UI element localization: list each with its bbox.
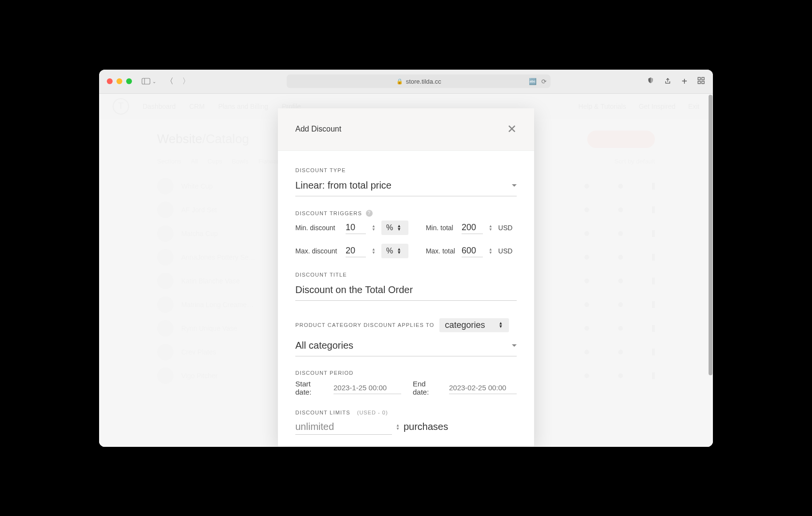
limits-label: DISCOUNT LIMITS (USED - 0) — [295, 410, 517, 415]
end-date-input[interactable] — [449, 382, 517, 394]
limits-suffix: purchases — [404, 421, 448, 432]
back-button[interactable]: 〈 — [166, 76, 174, 87]
max-total-input[interactable] — [462, 245, 483, 257]
chevron-down-icon — [512, 344, 517, 347]
discount-type-value: Linear: from total price — [295, 180, 392, 191]
modal-header: Add Discount ✕ — [278, 108, 534, 151]
max-discount-label: Max. discount — [295, 247, 340, 255]
url-text: store.tilda.cc — [406, 78, 441, 85]
stepper-icon[interactable]: ▲▼ — [489, 224, 493, 231]
scrollbar-thumb[interactable] — [709, 95, 712, 375]
category-selection-dropdown[interactable]: All categories — [295, 337, 517, 356]
discount-title-label: DISCOUNT TITLE — [295, 272, 517, 278]
max-discount-unit-select[interactable]: % ▲▼ — [381, 244, 408, 258]
category-selection-value: All categories — [295, 340, 353, 351]
nav-arrows: 〈 〉 — [166, 76, 190, 87]
help-icon[interactable]: ? — [366, 210, 373, 217]
min-discount-input[interactable] — [346, 221, 366, 234]
page-content: T Dashboard CRM Plans and Billing Profil… — [99, 94, 713, 447]
select-arrows-icon: ▲▼ — [397, 248, 401, 254]
chevron-down-icon — [512, 184, 517, 187]
chevron-down-icon: ⌄ — [152, 79, 156, 84]
privacy-shield-icon[interactable] — [647, 77, 654, 86]
limits-used-text: (USED - 0) — [357, 410, 388, 415]
stepper-icon[interactable]: ▲▼ — [372, 224, 376, 231]
category-scope-value: categories — [445, 320, 485, 330]
triggers-label-text: DISCOUNT TRIGGERS — [295, 210, 362, 216]
max-discount-input[interactable] — [346, 245, 366, 257]
svg-rect-4 — [698, 81, 700, 83]
browser-toolbar: ⌄ 〈 〉 🔒 store.tilda.cc 🔤 ⟳ + — [99, 70, 713, 94]
stepper-icon[interactable]: ▲▼ — [489, 248, 493, 254]
forward-button[interactable]: 〉 — [182, 76, 190, 87]
max-trigger-row: Max. discount ▲▼ % ▲▼ Max. total ▲▼ USD — [295, 244, 517, 258]
maximize-window-button[interactable] — [126, 78, 132, 84]
svg-rect-5 — [702, 81, 704, 83]
add-discount-modal: Add Discount ✕ DISCOUNT TYPE Linear: fro… — [278, 108, 534, 446]
start-date-input[interactable] — [334, 382, 401, 394]
limits-row: ▲▼ purchases — [295, 419, 517, 435]
sidebar-toggle-button[interactable]: ⌄ — [142, 78, 156, 85]
tab-overview-icon[interactable] — [697, 76, 705, 87]
min-discount-label: Min. discount — [295, 224, 340, 232]
window-controls — [107, 78, 132, 84]
start-date-label: Start date: — [295, 380, 322, 396]
period-label: DISCOUNT PERIOD — [295, 370, 517, 376]
refresh-icon[interactable]: ⟳ — [541, 78, 547, 85]
new-tab-icon[interactable]: + — [682, 76, 687, 87]
discount-title-input[interactable] — [295, 281, 517, 301]
translate-icon[interactable]: 🔤 — [529, 78, 536, 85]
select-arrows-icon: ▲▼ — [397, 224, 401, 231]
end-date-label: End date: — [413, 380, 437, 396]
min-discount-unit-select[interactable]: % ▲▼ — [381, 221, 408, 235]
min-total-input[interactable] — [462, 221, 483, 234]
discount-type-dropdown[interactable]: Linear: from total price — [295, 177, 517, 196]
max-total-label: Max. total — [426, 247, 456, 255]
svg-rect-2 — [698, 77, 700, 80]
unit-value: % — [386, 223, 393, 232]
category-scope-select[interactable]: categories ▲▼ — [439, 318, 509, 332]
unit-value: % — [386, 247, 393, 255]
lock-icon: 🔒 — [396, 78, 403, 85]
modal-body: DISCOUNT TYPE Linear: from total price D… — [278, 151, 534, 446]
toolbar-right: + — [664, 76, 705, 87]
stepper-icon[interactable]: ▲▼ — [396, 424, 400, 430]
discount-triggers-label: DISCOUNT TRIGGERS ? — [295, 210, 517, 217]
svg-rect-3 — [702, 77, 704, 80]
min-trigger-row: Min. discount ▲▼ % ▲▼ Min. total ▲▼ USD — [295, 221, 517, 235]
stepper-icon[interactable]: ▲▼ — [372, 248, 376, 254]
discount-type-label: DISCOUNT TYPE — [295, 167, 517, 173]
close-modal-button[interactable]: ✕ — [507, 122, 517, 136]
select-arrows-icon: ▲▼ — [499, 322, 503, 328]
sidebar-icon — [142, 78, 150, 85]
limits-label-text: DISCOUNT LIMITS — [295, 410, 350, 415]
category-label: PRODUCT CATEGORY DISCOUNT APPLIES TO — [295, 322, 435, 328]
minimize-window-button[interactable] — [116, 78, 122, 84]
address-bar[interactable]: 🔒 store.tilda.cc 🔤 ⟳ — [287, 74, 551, 88]
browser-window: ⌄ 〈 〉 🔒 store.tilda.cc 🔤 ⟳ + — [99, 70, 713, 447]
share-icon[interactable] — [664, 76, 672, 87]
max-currency-label: USD — [498, 247, 513, 255]
modal-title: Add Discount — [295, 125, 341, 133]
limits-input[interactable] — [295, 419, 392, 435]
svg-rect-0 — [142, 78, 150, 84]
scrollbar[interactable] — [708, 94, 713, 447]
close-window-button[interactable] — [107, 78, 113, 84]
min-total-label: Min. total — [426, 224, 456, 232]
min-currency-label: USD — [498, 224, 513, 232]
period-row: Start date: End date: — [295, 380, 517, 396]
